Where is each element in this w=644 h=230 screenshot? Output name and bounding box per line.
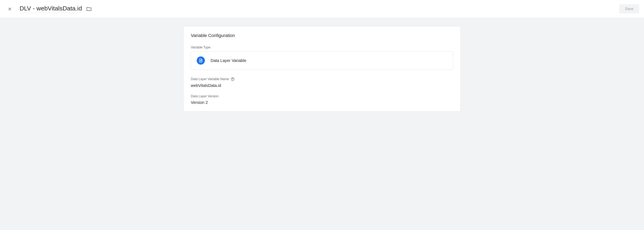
close-icon bbox=[7, 7, 12, 12]
editor-header: DLV - webVitalsData.id Save bbox=[0, 0, 644, 18]
save-button[interactable]: Save bbox=[619, 4, 639, 14]
help-button[interactable] bbox=[230, 77, 235, 81]
version-label: Data Layer Version bbox=[191, 94, 453, 98]
title-container: DLV - webVitalsData.id bbox=[20, 5, 619, 13]
variable-type-value: Data Layer Variable bbox=[210, 58, 246, 63]
card-title: Variable Configuration bbox=[191, 33, 453, 38]
folder-icon bbox=[86, 6, 92, 12]
variable-type-selector[interactable]: Data Layer Variable bbox=[191, 51, 453, 70]
document-icon bbox=[198, 58, 203, 63]
variable-type-label: Variable Type bbox=[191, 46, 453, 49]
data-layer-icon-container bbox=[197, 56, 205, 65]
variable-name-label: Data Layer Variable Name bbox=[191, 77, 453, 81]
variable-name-value: webVitalsData.id bbox=[191, 83, 453, 88]
variable-title[interactable]: DLV - webVitalsData.id bbox=[20, 5, 82, 13]
content-area: Variable Configuration Variable Type Dat… bbox=[0, 18, 644, 230]
folder-button[interactable] bbox=[86, 6, 92, 12]
close-button[interactable] bbox=[5, 4, 15, 14]
version-value: Version 2 bbox=[191, 100, 453, 105]
variable-configuration-card: Variable Configuration Variable Type Dat… bbox=[183, 26, 461, 112]
svg-point-3 bbox=[232, 80, 233, 80]
help-icon bbox=[230, 77, 235, 81]
